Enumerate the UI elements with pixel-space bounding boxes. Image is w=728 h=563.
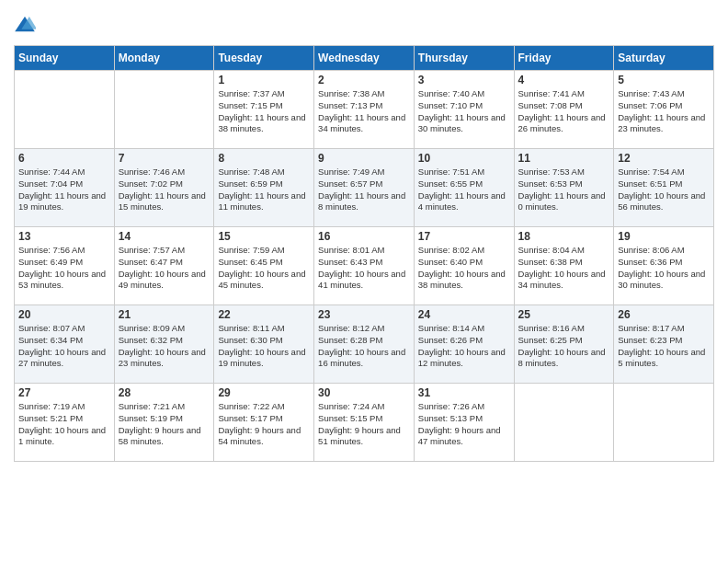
day-info: Sunrise: 8:04 AM Sunset: 6:38 PM Dayligh… — [518, 245, 610, 292]
calendar-week-row: 6Sunrise: 7:44 AM Sunset: 7:04 PM Daylig… — [15, 149, 714, 227]
weekday-header: Sunday — [15, 46, 115, 71]
calendar-cell: 18Sunrise: 8:04 AM Sunset: 6:38 PM Dayli… — [514, 227, 614, 305]
calendar-week-row: 13Sunrise: 7:56 AM Sunset: 6:49 PM Dayli… — [15, 227, 714, 305]
calendar-cell: 26Sunrise: 8:17 AM Sunset: 6:23 PM Dayli… — [614, 305, 714, 384]
calendar-cell: 13Sunrise: 7:56 AM Sunset: 6:49 PM Dayli… — [15, 227, 115, 305]
calendar-cell: 23Sunrise: 8:12 AM Sunset: 6:28 PM Dayli… — [314, 305, 415, 384]
calendar-cell: 5Sunrise: 7:43 AM Sunset: 7:06 PM Daylig… — [614, 71, 714, 149]
day-number: 26 — [618, 308, 710, 321]
day-number: 7 — [119, 152, 210, 165]
calendar-cell: 31Sunrise: 7:26 AM Sunset: 5:13 PM Dayli… — [414, 384, 514, 462]
day-number: 15 — [218, 230, 310, 243]
calendar-header: SundayMondayTuesdayWednesdayThursdayFrid… — [15, 46, 714, 71]
calendar-cell: 7Sunrise: 7:46 AM Sunset: 7:02 PM Daylig… — [114, 149, 214, 227]
calendar-cell: 30Sunrise: 7:24 AM Sunset: 5:15 PM Dayli… — [314, 384, 415, 462]
calendar-cell: 19Sunrise: 8:06 AM Sunset: 6:36 PM Dayli… — [614, 227, 714, 305]
day-number: 31 — [418, 386, 510, 399]
day-info: Sunrise: 7:21 AM Sunset: 5:19 PM Dayligh… — [119, 401, 210, 448]
day-info: Sunrise: 7:49 AM Sunset: 6:57 PM Dayligh… — [318, 167, 410, 213]
day-number: 24 — [418, 308, 510, 321]
logo-icon — [14, 14, 36, 36]
day-info: Sunrise: 7:44 AM Sunset: 7:04 PM Dayligh… — [18, 167, 110, 213]
day-number: 3 — [418, 74, 510, 86]
calendar-cell: 1Sunrise: 7:37 AM Sunset: 7:15 PM Daylig… — [214, 71, 314, 149]
day-number: 16 — [318, 230, 410, 243]
calendar-cell — [114, 71, 214, 149]
day-number: 23 — [318, 308, 410, 321]
day-info: Sunrise: 8:06 AM Sunset: 6:36 PM Dayligh… — [618, 245, 710, 292]
day-info: Sunrise: 7:43 AM Sunset: 7:06 PM Dayligh… — [618, 88, 710, 135]
calendar-cell: 6Sunrise: 7:44 AM Sunset: 7:04 PM Daylig… — [15, 149, 115, 227]
day-info: Sunrise: 7:22 AM Sunset: 5:17 PM Dayligh… — [218, 401, 310, 448]
day-number: 30 — [318, 386, 410, 399]
day-number: 8 — [218, 152, 310, 165]
day-number: 6 — [18, 152, 110, 165]
calendar-cell: 17Sunrise: 8:02 AM Sunset: 6:40 PM Dayli… — [414, 227, 514, 305]
day-number: 10 — [418, 152, 510, 165]
logo — [14, 14, 40, 36]
weekday-header: Wednesday — [314, 46, 415, 71]
day-info: Sunrise: 7:40 AM Sunset: 7:10 PM Dayligh… — [418, 88, 510, 135]
day-number: 12 — [618, 152, 710, 165]
day-info: Sunrise: 8:09 AM Sunset: 6:32 PM Dayligh… — [119, 323, 210, 370]
day-info: Sunrise: 7:38 AM Sunset: 7:13 PM Dayligh… — [318, 88, 410, 135]
day-number: 18 — [518, 230, 610, 243]
calendar-cell — [614, 384, 714, 462]
day-number: 14 — [119, 230, 210, 243]
day-info: Sunrise: 8:02 AM Sunset: 6:40 PM Dayligh… — [418, 245, 510, 292]
day-number: 20 — [18, 308, 110, 321]
day-number: 28 — [119, 386, 210, 399]
calendar-cell: 20Sunrise: 8:07 AM Sunset: 6:34 PM Dayli… — [15, 305, 115, 384]
day-number: 1 — [218, 74, 310, 86]
header-row: SundayMondayTuesdayWednesdayThursdayFrid… — [15, 46, 714, 71]
calendar-cell — [514, 384, 614, 462]
calendar-table: SundayMondayTuesdayWednesdayThursdayFrid… — [14, 45, 714, 462]
weekday-header: Tuesday — [214, 46, 314, 71]
day-info: Sunrise: 7:56 AM Sunset: 6:49 PM Dayligh… — [18, 245, 110, 292]
day-info: Sunrise: 7:51 AM Sunset: 6:55 PM Dayligh… — [418, 167, 510, 213]
day-info: Sunrise: 8:01 AM Sunset: 6:43 PM Dayligh… — [318, 245, 410, 292]
day-number: 13 — [18, 230, 110, 243]
calendar-cell: 29Sunrise: 7:22 AM Sunset: 5:17 PM Dayli… — [214, 384, 314, 462]
day-info: Sunrise: 8:11 AM Sunset: 6:30 PM Dayligh… — [218, 323, 310, 370]
day-number: 4 — [518, 74, 610, 86]
weekday-header: Saturday — [614, 46, 714, 71]
calendar-cell: 12Sunrise: 7:54 AM Sunset: 6:51 PM Dayli… — [614, 149, 714, 227]
day-info: Sunrise: 8:12 AM Sunset: 6:28 PM Dayligh… — [318, 323, 410, 370]
day-info: Sunrise: 8:14 AM Sunset: 6:26 PM Dayligh… — [418, 323, 510, 370]
day-number: 9 — [318, 152, 410, 165]
calendar-cell: 25Sunrise: 8:16 AM Sunset: 6:25 PM Dayli… — [514, 305, 614, 384]
day-info: Sunrise: 7:54 AM Sunset: 6:51 PM Dayligh… — [618, 167, 710, 213]
day-number: 27 — [18, 386, 110, 399]
day-info: Sunrise: 7:46 AM Sunset: 7:02 PM Dayligh… — [119, 167, 210, 213]
calendar-cell: 9Sunrise: 7:49 AM Sunset: 6:57 PM Daylig… — [314, 149, 415, 227]
calendar-cell: 3Sunrise: 7:40 AM Sunset: 7:10 PM Daylig… — [414, 71, 514, 149]
day-info: Sunrise: 7:24 AM Sunset: 5:15 PM Dayligh… — [318, 401, 410, 448]
calendar-week-row: 1Sunrise: 7:37 AM Sunset: 7:15 PM Daylig… — [15, 71, 714, 149]
calendar-cell: 11Sunrise: 7:53 AM Sunset: 6:53 PM Dayli… — [514, 149, 614, 227]
day-number: 11 — [518, 152, 610, 165]
day-number: 2 — [318, 74, 410, 86]
day-info: Sunrise: 7:48 AM Sunset: 6:59 PM Dayligh… — [218, 167, 310, 213]
day-number: 5 — [618, 74, 710, 86]
calendar-cell: 10Sunrise: 7:51 AM Sunset: 6:55 PM Dayli… — [414, 149, 514, 227]
calendar-week-row: 20Sunrise: 8:07 AM Sunset: 6:34 PM Dayli… — [15, 305, 714, 384]
calendar-cell: 4Sunrise: 7:41 AM Sunset: 7:08 PM Daylig… — [514, 71, 614, 149]
calendar-cell: 21Sunrise: 8:09 AM Sunset: 6:32 PM Dayli… — [114, 305, 214, 384]
weekday-header: Friday — [514, 46, 614, 71]
calendar-cell: 15Sunrise: 7:59 AM Sunset: 6:45 PM Dayli… — [214, 227, 314, 305]
day-number: 19 — [618, 230, 710, 243]
calendar-cell: 14Sunrise: 7:57 AM Sunset: 6:47 PM Dayli… — [114, 227, 214, 305]
calendar-body: 1Sunrise: 7:37 AM Sunset: 7:15 PM Daylig… — [15, 71, 714, 462]
calendar-cell: 22Sunrise: 8:11 AM Sunset: 6:30 PM Dayli… — [214, 305, 314, 384]
weekday-header: Thursday — [414, 46, 514, 71]
day-info: Sunrise: 8:16 AM Sunset: 6:25 PM Dayligh… — [518, 323, 610, 370]
calendar-cell: 24Sunrise: 8:14 AM Sunset: 6:26 PM Dayli… — [414, 305, 514, 384]
day-info: Sunrise: 7:19 AM Sunset: 5:21 PM Dayligh… — [18, 401, 110, 448]
calendar-cell: 2Sunrise: 7:38 AM Sunset: 7:13 PM Daylig… — [314, 71, 415, 149]
day-info: Sunrise: 7:41 AM Sunset: 7:08 PM Dayligh… — [518, 88, 610, 135]
day-info: Sunrise: 7:57 AM Sunset: 6:47 PM Dayligh… — [119, 245, 210, 292]
day-info: Sunrise: 8:17 AM Sunset: 6:23 PM Dayligh… — [618, 323, 710, 370]
day-number: 25 — [518, 308, 610, 321]
day-number: 22 — [218, 308, 310, 321]
